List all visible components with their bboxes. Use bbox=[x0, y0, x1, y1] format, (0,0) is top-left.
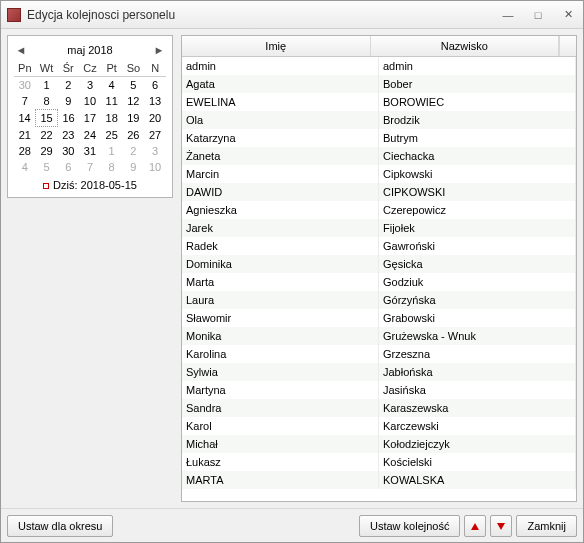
close-window-button[interactable]: ✕ bbox=[554, 6, 582, 24]
cell-last-name: Kołodziejczyk bbox=[379, 435, 576, 453]
calendar-day[interactable]: 26 bbox=[123, 127, 145, 144]
calendar-day[interactable]: 3 bbox=[144, 143, 166, 159]
calendar-day[interactable]: 9 bbox=[123, 159, 145, 175]
cell-first-name: DAWID bbox=[182, 183, 379, 201]
calendar-day[interactable]: 2 bbox=[123, 143, 145, 159]
table-row[interactable]: MartynaJasińska bbox=[182, 381, 576, 399]
calendar-next-icon[interactable]: ► bbox=[152, 44, 166, 56]
grid-header: Imię Nazwisko bbox=[182, 36, 576, 57]
table-row[interactable]: EWELINABOROWIEC bbox=[182, 93, 576, 111]
calendar-day[interactable]: 2 bbox=[57, 77, 79, 94]
cell-last-name: Gawroński bbox=[379, 237, 576, 255]
table-row[interactable]: KarolKarczewski bbox=[182, 417, 576, 435]
calendar-day[interactable]: 15 bbox=[36, 110, 58, 127]
calendar-day[interactable]: 22 bbox=[36, 127, 58, 144]
calendar-day[interactable]: 28 bbox=[14, 143, 36, 159]
cell-first-name: Marta bbox=[182, 273, 379, 291]
table-row[interactable]: JarekFijołek bbox=[182, 219, 576, 237]
calendar-day[interactable]: 11 bbox=[101, 93, 123, 110]
calendar-day[interactable]: 19 bbox=[123, 110, 145, 127]
calendar-day[interactable]: 5 bbox=[36, 159, 58, 175]
move-down-button[interactable] bbox=[490, 515, 512, 537]
calendar-prev-icon[interactable]: ◄ bbox=[14, 44, 28, 56]
maximize-button[interactable]: □ bbox=[524, 6, 552, 24]
move-up-button[interactable] bbox=[464, 515, 486, 537]
calendar-day[interactable]: 31 bbox=[79, 143, 101, 159]
calendar-dow: So bbox=[123, 60, 145, 77]
window-title: Edycja kolejnosci personelu bbox=[27, 8, 493, 22]
calendar-day[interactable]: 20 bbox=[144, 110, 166, 127]
calendar-dow: Śr bbox=[57, 60, 79, 77]
calendar-day[interactable]: 18 bbox=[101, 110, 123, 127]
table-row[interactable]: MarcinCipkowski bbox=[182, 165, 576, 183]
calendar-day[interactable]: 17 bbox=[79, 110, 101, 127]
calendar-month-label[interactable]: maj 2018 bbox=[67, 44, 112, 56]
calendar-day[interactable]: 30 bbox=[57, 143, 79, 159]
table-row[interactable]: MartaGodziuk bbox=[182, 273, 576, 291]
calendar-day[interactable]: 10 bbox=[79, 93, 101, 110]
calendar-day[interactable]: 6 bbox=[144, 77, 166, 94]
column-header-last[interactable]: Nazwisko bbox=[371, 36, 560, 56]
calendar-day[interactable]: 6 bbox=[57, 159, 79, 175]
table-row[interactable]: KarolinaGrzeszna bbox=[182, 345, 576, 363]
calendar-day[interactable]: 8 bbox=[101, 159, 123, 175]
table-row[interactable]: ŻanetaCiechacka bbox=[182, 147, 576, 165]
cell-last-name: Brodzik bbox=[379, 111, 576, 129]
minimize-button[interactable]: — bbox=[494, 6, 522, 24]
calendar-day[interactable]: 7 bbox=[14, 93, 36, 110]
table-row[interactable]: AgataBober bbox=[182, 75, 576, 93]
today-marker-icon bbox=[43, 183, 49, 189]
calendar-day[interactable]: 30 bbox=[14, 77, 36, 94]
calendar-day[interactable]: 24 bbox=[79, 127, 101, 144]
calendar-day[interactable]: 23 bbox=[57, 127, 79, 144]
table-row[interactable]: DominikaGęsicka bbox=[182, 255, 576, 273]
calendar-day[interactable]: 21 bbox=[14, 127, 36, 144]
table-row[interactable]: KatarzynaButrym bbox=[182, 129, 576, 147]
calendar-day[interactable]: 7 bbox=[79, 159, 101, 175]
calendar-day[interactable]: 1 bbox=[36, 77, 58, 94]
calendar-day[interactable]: 4 bbox=[14, 159, 36, 175]
calendar-day[interactable]: 5 bbox=[123, 77, 145, 94]
calendar-day[interactable]: 25 bbox=[101, 127, 123, 144]
cell-last-name: Karczewski bbox=[379, 417, 576, 435]
cell-first-name: MARTA bbox=[182, 471, 379, 489]
table-row[interactable]: DAWIDCIPKOWSKI bbox=[182, 183, 576, 201]
calendar-day[interactable]: 9 bbox=[57, 93, 79, 110]
calendar-dow: N bbox=[144, 60, 166, 77]
close-button[interactable]: Zamknij bbox=[516, 515, 577, 537]
set-order-button[interactable]: Ustaw kolejność bbox=[359, 515, 460, 537]
table-row[interactable]: OlaBrodzik bbox=[182, 111, 576, 129]
table-row[interactable]: SławomirGrabowski bbox=[182, 309, 576, 327]
calendar-day[interactable]: 1 bbox=[101, 143, 123, 159]
table-row[interactable]: MARTAKOWALSKA bbox=[182, 471, 576, 489]
calendar-day[interactable]: 13 bbox=[144, 93, 166, 110]
cell-first-name: Martyna bbox=[182, 381, 379, 399]
table-row[interactable]: SylwiaJabłońska bbox=[182, 363, 576, 381]
table-row[interactable]: ŁukaszKościelski bbox=[182, 453, 576, 471]
column-header-first[interactable]: Imię bbox=[182, 36, 371, 56]
grid-body[interactable]: adminadminAgataBoberEWELINABOROWIECOlaBr… bbox=[182, 57, 576, 501]
table-row[interactable]: SandraKaraszewska bbox=[182, 399, 576, 417]
cell-first-name: Jarek bbox=[182, 219, 379, 237]
calendar-day[interactable]: 14 bbox=[14, 110, 36, 127]
table-row[interactable]: MonikaGrużewska - Wnuk bbox=[182, 327, 576, 345]
calendar-day[interactable]: 4 bbox=[101, 77, 123, 94]
calendar-day[interactable]: 27 bbox=[144, 127, 166, 144]
table-row[interactable]: RadekGawroński bbox=[182, 237, 576, 255]
calendar-day[interactable]: 16 bbox=[57, 110, 79, 127]
table-row[interactable]: MichałKołodziejczyk bbox=[182, 435, 576, 453]
table-row[interactable]: LauraGórzyńska bbox=[182, 291, 576, 309]
calendar-today-link[interactable]: Dziś: 2018-05-15 bbox=[14, 175, 166, 193]
calendar-day[interactable]: 3 bbox=[79, 77, 101, 94]
calendar-day[interactable]: 8 bbox=[36, 93, 58, 110]
calendar-day[interactable]: 12 bbox=[123, 93, 145, 110]
arrow-down-icon bbox=[497, 523, 505, 530]
calendar-day[interactable]: 29 bbox=[36, 143, 58, 159]
table-row[interactable]: AgnieszkaCzerepowicz bbox=[182, 201, 576, 219]
table-row[interactable]: adminadmin bbox=[182, 57, 576, 75]
cell-first-name: Agnieszka bbox=[182, 201, 379, 219]
cell-last-name: Grabowski bbox=[379, 309, 576, 327]
cell-first-name: Karolina bbox=[182, 345, 379, 363]
set-for-period-button[interactable]: Ustaw dla okresu bbox=[7, 515, 113, 537]
calendar-day[interactable]: 10 bbox=[144, 159, 166, 175]
